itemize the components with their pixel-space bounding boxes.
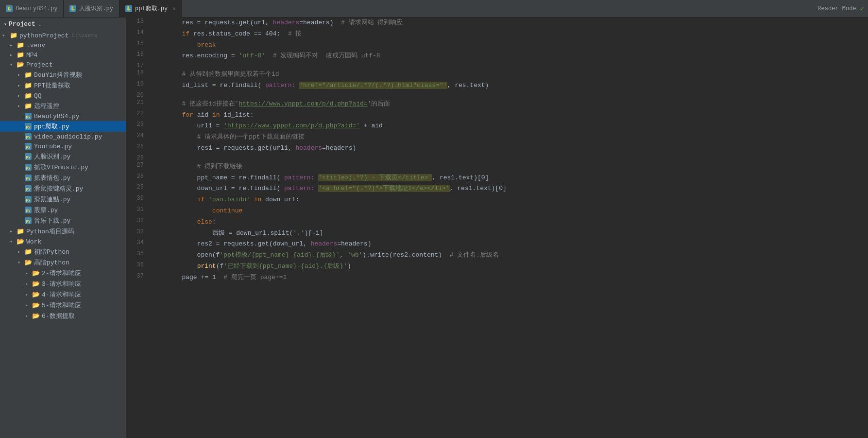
tree-item-video_audioclip[interactable]: pyvideo_audioclip.py — [0, 132, 126, 141]
tree-item-req1[interactable]: ▸📂2-请求和响应 — [0, 268, 126, 279]
line-content: else: — [150, 217, 868, 228]
line-content: 后级 = down_url.split('.')[-1] — [150, 228, 868, 239]
code-line: 34 res2 = requests.get(down_url, headers… — [126, 239, 868, 250]
folder-img-icon: 📂 — [32, 312, 40, 320]
tree-item-beautybs4[interactable]: pyBeautyBS4.py — [0, 111, 126, 121]
line-content: # 从得到的数据里面提取若干个id — [150, 69, 868, 80]
tree-item-pythonsrc[interactable]: ▸📁Python项目源码 — [0, 226, 126, 237]
line-content: down_url = re.findall( pattern: '<a href… — [150, 183, 868, 194]
line-number: 20 — [126, 91, 150, 99]
code-line: 37 page += 1 # 爬完一页 page+=1 — [126, 272, 868, 283]
root-name: pythonProject — [19, 32, 68, 39]
tree-item-qq[interactable]: ▸📁QQ — [0, 91, 126, 101]
folder-img-icon: 📂 — [32, 291, 40, 298]
tree-item-remote[interactable]: ▸📁远程遥控 — [0, 101, 126, 111]
tree-item-mouseclick[interactable]: py滑鼠連點.py — [0, 194, 126, 205]
tree-item-req2[interactable]: ▸📂3-请求和响应 — [0, 279, 126, 289]
tree-arrow: ▾ — [10, 239, 17, 245]
tree-item-vipmusic[interactable]: py抓歌VIPmusic.py — [0, 162, 126, 173]
tree-item-req3[interactable]: ▸📂4-请求和响应 — [0, 289, 126, 300]
sidebar: ▾ Project ⌄ ▾ 📁 pythonProject C:\Users ▸… — [0, 18, 126, 438]
code-line: 30 if 'pan.baidu' in down_url: — [126, 194, 868, 206]
line-number: 35 — [126, 250, 150, 261]
tree-label: .venv — [26, 42, 45, 49]
folder-icon: 📁 — [24, 248, 32, 256]
tree-item-pptcrawl[interactable]: pyppt爬取.py — [0, 121, 126, 132]
tree-item-venv[interactable]: ▸📁.venv — [0, 40, 126, 50]
tree-item-face[interactable]: py人脸识别.py — [0, 151, 126, 162]
py-file-icon: 🐍 — [6, 5, 13, 12]
tab-pptcrawl[interactable]: 🐍 ppt爬取.py ✕ — [119, 0, 182, 18]
tree-label: 4-请求和响应 — [42, 290, 81, 299]
code-line: 25 res1 = requests.get(url1, headers=hea… — [126, 143, 868, 154]
tab-face[interactable]: 🐍 人脸识别.py — [64, 0, 119, 18]
tree-item-beginner[interactable]: ▸📁初階Python — [0, 246, 126, 257]
root-folder-icon: 📁 — [10, 32, 17, 39]
tree-label: QQ — [34, 92, 42, 100]
line-content: res = requests.get(url, headers=headers)… — [150, 18, 868, 29]
folder-icon: 📁 — [24, 82, 32, 89]
tree-item-mousemacro[interactable]: py滑鼠按键精灵.py — [0, 183, 126, 194]
line-number: 18 — [126, 69, 150, 80]
line-content: if 'pan.baidu' in down_url: — [150, 194, 868, 206]
folder-img-icon: 📂 — [32, 269, 40, 277]
tree-item-douyin[interactable]: ▸📁DouYin抖音视频 — [0, 70, 126, 80]
tree-arrow: ▸ — [17, 103, 24, 109]
tree-label: 人脸识别.py — [34, 152, 70, 161]
line-content: break — [150, 40, 868, 51]
code-line: 13 res = requests.get(url, headers=heade… — [126, 18, 868, 29]
tree-label: Project — [26, 61, 53, 69]
folder-icon: 📁 — [24, 102, 32, 110]
py-file-icon: 🐍 — [125, 5, 132, 12]
tree-item-req4[interactable]: ▸📂5-请求和响应 — [0, 300, 126, 311]
tree-arrow: ▸ — [25, 302, 32, 308]
code-line: 26 — [126, 154, 868, 161]
tree-label: 抓表情包.py — [34, 174, 70, 182]
line-number: 30 — [126, 194, 150, 206]
line-content: for aid in id_list: — [150, 110, 868, 121]
line-number: 34 — [126, 239, 150, 250]
tree-label: 滑鼠按键精灵.py — [34, 184, 83, 193]
py-icon: py — [24, 112, 32, 120]
project-header[interactable]: ▾ Project ⌄ — [0, 18, 126, 31]
line-content — [150, 91, 868, 99]
code-line: 23 url1 = 'https://www.ypppt.com/p/d.php… — [126, 121, 868, 132]
tree-item-mp4[interactable]: ▸📁MP4 — [0, 50, 126, 60]
py-icon: py — [24, 174, 32, 182]
tree-root[interactable]: ▾ 📁 pythonProject C:\Users — [0, 31, 126, 40]
line-content: res1 = requests.get(url1, headers=header… — [150, 143, 868, 154]
tree-item-ppt[interactable]: ▸📁PPT批量获取 — [0, 80, 126, 91]
tree-arrow: ▾ — [17, 260, 24, 265]
line-content: url1 = 'https://www.ypppt.com/p/d.php?ai… — [150, 121, 868, 132]
tree-item-music[interactable]: py音乐下载.py — [0, 215, 126, 226]
line-number: 21 — [126, 99, 150, 110]
tab-beautybs4[interactable]: 🐍 BeautyBS4.py — [0, 0, 64, 18]
tree-item-data[interactable]: ▸📂6-数据提取 — [0, 311, 126, 321]
tree-item-stock[interactable]: py股票.py — [0, 205, 126, 215]
line-number: 13 — [126, 18, 150, 29]
code-line: 27 # 得到下载链接 — [126, 161, 868, 173]
project-title-arrow: ⌄ — [38, 21, 41, 27]
py-icon: py — [24, 163, 32, 171]
tree-arrow: ▸ — [10, 228, 17, 234]
tree-item-emotion[interactable]: py抓表情包.py — [0, 173, 126, 183]
line-content: page += 1 # 爬完一页 page+=1 — [150, 272, 868, 283]
tree-arrow: ▸ — [17, 249, 24, 255]
py-icon: py — [24, 142, 32, 150]
code-editor[interactable]: 13 res = requests.get(url, headers=heade… — [126, 18, 868, 438]
folder-icon: 📂 — [17, 61, 24, 69]
tree-arrow: ▸ — [25, 270, 32, 276]
line-content: ppt_name = re.findall( pattern: '<title>… — [150, 173, 868, 184]
tab-close-button[interactable]: ✕ — [172, 5, 176, 12]
line-content: res.encoding = 'utf-8' # 发现编码不对 改成万国码 ut… — [150, 51, 868, 62]
tree-item-work[interactable]: ▾📂Work — [0, 237, 126, 246]
code-line: 36 print(f'已经下载到{ppt_name}-{aid}.{后级}') — [126, 261, 868, 272]
tree-arrow: ▸ — [25, 281, 32, 287]
py-icon: py — [24, 123, 32, 130]
tree-item-project[interactable]: ▾📂Project — [0, 60, 126, 70]
folder-icon: 📁 — [24, 71, 32, 79]
tree-item-advanced[interactable]: ▾📂高階python — [0, 257, 126, 268]
line-number: 33 — [126, 228, 150, 239]
tree-arrow: ▸ — [25, 292, 32, 298]
tree-item-youtube[interactable]: pyYoutube.py — [0, 141, 126, 151]
